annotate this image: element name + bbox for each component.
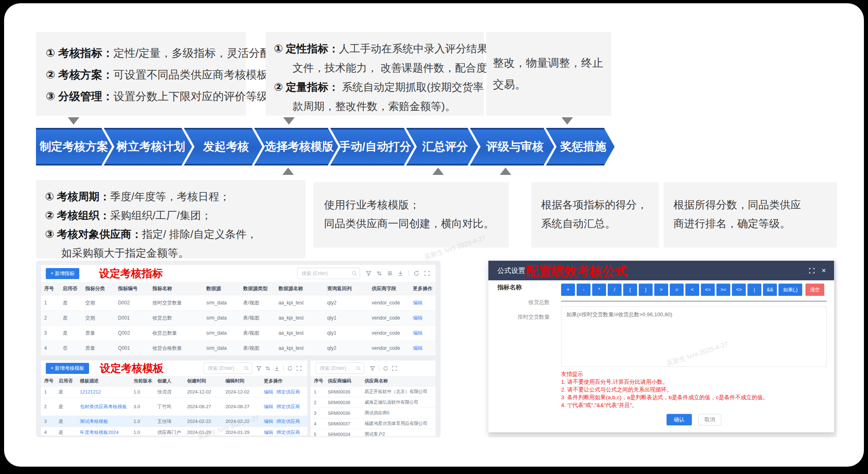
template-desc-link[interactable]: 年度考核模板2024 [80, 430, 119, 435]
op-divide-button[interactable]: / [608, 284, 622, 296]
table-header-row: 序号启用否模板描述当前版本创建人创建时间编辑时间更多操作 [41, 376, 307, 387]
bind-supplier-link[interactable]: 绑定供应商 [276, 419, 300, 424]
op-multiply-button[interactable]: * [592, 284, 606, 296]
flow-step-scoring: 手动/自动打分 [330, 128, 414, 165]
fullscreen-icon[interactable] [392, 366, 397, 371]
process-flow-bar: 制定考核方案 树立考核计划 发起考核 选择考核模版 手动/自动打分 汇总评分 评… [36, 128, 616, 165]
template-desc-link[interactable]: 12121212 [80, 389, 101, 394]
table-row: 1是交期D002按时交货数量srm_data表/视图aa_kpi_testqty… [41, 295, 436, 311]
formula-hints: 友情提示 1. 请不要使用百分号,计算百分比请用小数。 2. 请不要让公式与公式… [561, 370, 827, 409]
op-gt-button[interactable]: > [654, 284, 668, 296]
table-row: 5SRM00034测试客户2 [311, 429, 436, 440]
edit-link[interactable]: 编辑 [413, 300, 423, 306]
filter-icon[interactable] [370, 366, 375, 371]
supplier-table-card: 序号供应商编码供应商名称 1SRM00039易正开拓软件（北京）有限公司 2SR… [311, 360, 436, 436]
formula-textarea[interactable]: 如果(#按时交货数量/#收货总数>0.96,100,80) [561, 306, 827, 367]
refresh-icon[interactable] [287, 366, 293, 371]
indicator-search-input[interactable] [301, 270, 351, 277]
template-table-card: + 新增考核模板 设定考核模板 序号启用否模板描述当 [41, 360, 307, 436]
sidebar-item-ontime-qty[interactable]: 按时交货数量 [488, 313, 555, 321]
table-row: 1是121212121.0张贞贞2024-12-022024-12-02编辑绑定… [41, 387, 307, 398]
op-close-paren-button[interactable]: ) [639, 284, 653, 296]
fullscreen-icon[interactable] [296, 366, 302, 371]
fullscreen-icon[interactable] [424, 271, 430, 276]
table-row: 1SRM00039易正开拓软件（北京）有限公司 [311, 387, 436, 397]
template-desc-link[interactable]: 包材类供应商考核模板 [80, 404, 127, 409]
sort-icon[interactable] [265, 366, 271, 371]
filter-icon[interactable] [366, 271, 371, 276]
flow-step-grade-review: 评级与审核 [470, 128, 554, 165]
table-row: 2是交期D001收货总数srm_data表/视图aa_kpi_testqty1v… [41, 311, 436, 326]
op-lt-button[interactable]: < [685, 284, 699, 296]
dialog-header: 公式设置 配置绩效考核公式 × [488, 261, 834, 280]
refresh-icon[interactable] [414, 271, 419, 276]
cancel-button[interactable]: 取消 [698, 414, 721, 425]
connector-triangle-down [283, 117, 295, 125]
flow-step-launch: 发起考核 [184, 128, 262, 165]
note-box-template-usage: 使用行业考核模版； 同品类供应商一同创建，横向对比。 [313, 182, 509, 248]
download-icon[interactable] [398, 271, 403, 276]
list-icon[interactable] [387, 271, 393, 276]
table-row: 4是年度考核模板20241.0供应商门户2024-01-292024-01-29… [41, 427, 307, 438]
search-icon[interactable] [351, 271, 357, 276]
search-icon[interactable] [244, 366, 249, 371]
template-desc-link[interactable]: 测试考核模板 [80, 419, 108, 424]
sidebar-item-receipt-total[interactable]: 收货总数 [488, 299, 555, 306]
edit-link[interactable]: 编辑 [264, 389, 273, 394]
indicator-search-box[interactable] [297, 268, 360, 279]
supplier-table: 序号供应商编码供应商名称 1SRM00039易正开拓软件（北京）有限公司 2SR… [311, 376, 436, 439]
edit-link[interactable]: 编辑 [413, 345, 423, 351]
divider [408, 271, 409, 276]
annotation-set-indicators: 设定考核指标 [99, 266, 163, 281]
template-search-box[interactable] [204, 362, 252, 374]
divider [283, 365, 284, 371]
edit-link[interactable]: 编辑 [413, 315, 423, 321]
search-icon[interactable] [356, 366, 361, 371]
op-lte-button[interactable]: <= [701, 284, 715, 296]
table-row-selected: 3是测试考核模板1.0王佳琦2024-02-222024-02-22编辑绑定供应… [41, 416, 307, 427]
connector-triangle-up [432, 168, 444, 175]
confirm-button[interactable]: 确认 [667, 414, 692, 425]
supplier-search-input[interactable] [319, 365, 356, 371]
op-if-button[interactable]: 如果(,) [779, 284, 802, 296]
template-table: 序号启用否模板描述当前版本创建人创建时间编辑时间更多操作 1是121212121… [41, 376, 307, 438]
op-neq-button[interactable]: <> [732, 284, 746, 296]
formula-editor-area: + - * / ( ) > = < <= >= <> | && 如果(,) 清空 [561, 284, 827, 425]
filter-icon[interactable] [256, 366, 262, 371]
divider [561, 301, 827, 302]
annotation-configure-formula: 配置绩效考核公式 [526, 263, 627, 280]
op-eq-button[interactable]: = [670, 284, 684, 296]
download-icon[interactable] [274, 366, 280, 371]
edit-link[interactable]: 编辑 [413, 330, 423, 336]
operator-buttons: + - * / ( ) > = < <= >= <> | && 如果(,) 清空 [561, 284, 827, 296]
sort-icon[interactable] [376, 271, 382, 276]
add-indicator-button[interactable]: + 新增指标 [46, 268, 79, 279]
flow-step-make-plan: 制定考核方案 [36, 128, 112, 165]
note-term: ③ 分级管理： [46, 90, 113, 103]
clear-button[interactable]: 清空 [805, 284, 824, 296]
flow-step-set-schedule: 树立考核计划 [104, 128, 192, 165]
supplier-search-box[interactable] [315, 362, 364, 374]
op-open-paren-button[interactable]: ( [623, 284, 637, 296]
edit-link[interactable]: 编辑 [264, 404, 273, 409]
template-search-input[interactable] [207, 365, 244, 371]
note-term: ③ 考核对象供应商： [45, 228, 142, 240]
bind-supplier-link[interactable]: 绑定供应商 [276, 430, 300, 435]
op-and-button[interactable]: && [763, 284, 777, 296]
edit-link[interactable]: 编辑 [264, 419, 273, 424]
refresh-icon[interactable] [383, 366, 388, 371]
op-minus-button[interactable]: - [577, 284, 591, 296]
op-plus-button[interactable]: + [561, 284, 575, 296]
add-template-button[interactable]: + 新增考核模板 [46, 363, 89, 374]
indicator-table: 序号启用否指标分类指标编号指标名称数据源数据源类型数据源名称查询返回列供应商字段… [41, 282, 436, 356]
edit-link[interactable]: 编辑 [264, 430, 273, 435]
indicator-sidebar: 指标名称 收货总数 按时交货数量 [488, 284, 555, 321]
op-or-button[interactable]: | [747, 284, 761, 296]
bind-supplier-link[interactable]: 绑定供应商 [276, 404, 300, 409]
note-term: ② 定量指标： [274, 81, 339, 93]
fullscreen-icon[interactable] [809, 268, 815, 274]
table-row: 4SRM00037福建鸿星尔克体育用品有限公司 [311, 418, 436, 429]
op-gte-button[interactable]: >= [716, 284, 730, 296]
bind-supplier-link[interactable]: 绑定供应商 [276, 389, 300, 394]
close-icon[interactable]: × [821, 267, 826, 274]
